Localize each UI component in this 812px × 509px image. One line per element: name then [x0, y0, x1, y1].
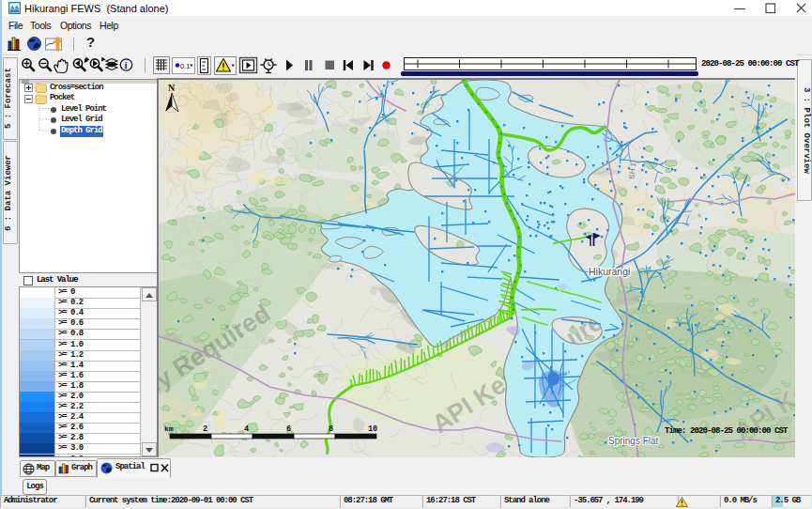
svg-text:10: 10 — [368, 424, 377, 434]
svg-text:8: 8 — [329, 424, 333, 434]
svg-text:2: 2 — [203, 424, 207, 434]
svg-text:SH 1: SH 1 — [628, 162, 638, 179]
svg-text:4: 4 — [244, 424, 249, 434]
svg-text:Time: 2020-08-25 00:00:00 CST: Time: 2020-08-25 00:00:00 CST — [665, 426, 789, 436]
svg-text:Hikurangi: Hikurangi — [589, 266, 630, 277]
svg-text:i: i — [125, 61, 128, 70]
svg-text:0.1: 0.1 — [180, 62, 190, 70]
svg-text:km: km — [164, 424, 174, 433]
svg-text:Springs Flat: Springs Flat — [608, 436, 659, 446]
svg-text:6: 6 — [286, 424, 291, 434]
svg-text:N: N — [168, 83, 176, 93]
